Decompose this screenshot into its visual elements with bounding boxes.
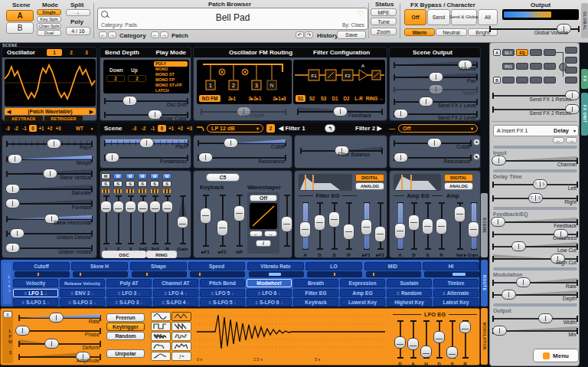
source-timbre[interactable]: Timbre	[433, 279, 479, 287]
redo-button[interactable]: ↷	[305, 31, 313, 38]
source-amp-eg[interactable]: Amp EG	[340, 289, 385, 297]
source-pitch-bend[interactable]: Pitch Bend	[200, 279, 245, 287]
filter2-link-button[interactable]: ✎	[473, 153, 480, 160]
source-slfo2[interactable]: ≡S-LFO 2↓	[60, 298, 105, 306]
lfo-eg-delay-slider[interactable]: D	[394, 319, 406, 359]
source-slfo1[interactable]: ≡S-LFO 1↓	[13, 298, 58, 306]
fx-highcut-slider[interactable]: High Cut	[493, 254, 577, 267]
source-env2[interactable]: ≡ENV 2↓	[60, 289, 105, 297]
fcfg-mode-s3[interactable]: S3	[318, 95, 328, 102]
filter-eg-digital[interactable]: DIGITAL	[355, 174, 384, 182]
mixer-mute-n[interactable]: M	[162, 173, 172, 179]
fcfg-mode-s2[interactable]: S2	[307, 95, 317, 102]
filter-eg-analog[interactable]: ANALOG	[355, 182, 384, 190]
scene-pan-slider[interactable]: Pan	[394, 72, 477, 85]
insert-fx-caret-icon[interactable]: ▾	[573, 128, 576, 133]
bend-down-value[interactable]: 2	[106, 75, 125, 82]
osc-octave-0[interactable]: 0	[29, 125, 37, 132]
osc-tab-3[interactable]: 3	[80, 49, 93, 56]
fx-lowcut-slider[interactable]: Low Cut	[493, 241, 577, 254]
undo-button[interactable]: ↶	[296, 31, 304, 38]
source-slfo3[interactable]: ≡S-LFO 3↓	[106, 298, 152, 306]
tab-global[interactable]: GLOBAL	[581, 3, 588, 38]
playmode-poly[interactable]: POLY	[154, 61, 188, 67]
amp-eg-digital[interactable]: DIGITAL	[444, 174, 473, 182]
lfo-amplitude-slider[interactable]: Amplitude	[19, 352, 100, 365]
macro-shape[interactable]: Shape	[130, 262, 187, 270]
filter1-type-select[interactable]: LP 12 dB▾	[207, 124, 263, 133]
fx-delay-right-slider[interactable]: TS Right	[493, 193, 577, 206]
wavetable-name[interactable]: (Patch Wavetable)	[28, 109, 72, 114]
fx-slot-send1[interactable]	[565, 47, 577, 54]
insert-fx-header[interactable]: A Insert FX 1 Delay ▾	[493, 125, 579, 136]
fcfg-mode-s1[interactable]: S1	[296, 95, 305, 102]
lfo-eg-decay-slider[interactable]: D	[433, 319, 445, 359]
playmode-mono-fp[interactable]: MONO FP	[154, 77, 188, 83]
lfo-shape-saw-icon[interactable]	[172, 322, 191, 331]
fx-slot-b2[interactable]	[516, 77, 528, 84]
osc-formant-slider[interactable]: Formant	[7, 198, 92, 211]
mixer-fader-n[interactable]: N	[162, 195, 173, 245]
noise-color-slider[interactable]: Noise Color	[105, 110, 188, 123]
global-volume-slider[interactable]: Global Volume	[490, 24, 579, 37]
osc-tab-2[interactable]: 2	[65, 49, 77, 56]
lfo-waveform-display[interactable]	[195, 310, 388, 356]
category-prev-button[interactable]: ←	[99, 31, 107, 38]
source-expression[interactable]: Expression	[340, 279, 385, 287]
macro-mid[interactable]: MID	[364, 262, 421, 270]
osc-octave-+2[interactable]: +2	[46, 125, 54, 132]
feg-attack-slider[interactable]: A	[299, 202, 311, 251]
source-latest-key[interactable]: Latest Key	[433, 298, 479, 306]
macro-shape-bar[interactable]	[132, 271, 187, 277]
patch-prev-button[interactable]: ←	[151, 31, 159, 38]
fx-slot-a2[interactable]: EQ	[516, 49, 528, 56]
mixer-mute-2x3[interactable]: M	[150, 173, 159, 179]
source-lfo1[interactable]: ≡LFO 1↓	[13, 289, 58, 297]
macro-hi-bar[interactable]	[424, 271, 479, 277]
fx-slot-send2[interactable]	[565, 57, 577, 64]
osc-octave--2[interactable]: -2	[12, 125, 20, 132]
mixer-mute-1[interactable]: M	[101, 173, 110, 179]
lfo-eg-attack-slider[interactable]: A	[407, 319, 419, 359]
filter-config-box[interactable]: F1 F2 A S1 S2 S3 D1 D2 L-R RING ↔	[293, 60, 385, 104]
keytrack-root-note[interactable]: C5	[206, 173, 240, 182]
scene-octave-0[interactable]: 0	[158, 125, 166, 132]
feg-to-f2-slider[interactable]: ▸F2	[374, 202, 386, 251]
filter2-type-select[interactable]: Off▾	[398, 124, 478, 133]
keytrack-toggle[interactable]: KEYTRACK	[5, 116, 43, 121]
aeg-sustain-slider[interactable]: S	[422, 202, 433, 251]
scene-b-button[interactable]: B	[6, 22, 34, 34]
source-release-velocity[interactable]: Release Velocity	[60, 279, 105, 287]
macro-cutoff-bar[interactable]	[15, 271, 70, 277]
waveshaper-prev-button[interactable]: ←	[250, 231, 263, 237]
filter-feedback-icon[interactable]: ↰	[325, 124, 335, 133]
mixer-solo-3[interactable]: S	[126, 181, 135, 187]
source-poly-at[interactable]: Poly AT	[106, 279, 152, 287]
fx-bypass-send[interactable]: Send	[427, 9, 450, 25]
osc-tab-1[interactable]: 1	[47, 49, 62, 56]
fx-slot-rv1[interactable]: RV1	[502, 63, 514, 70]
aeg-attack-slider[interactable]: A	[394, 202, 406, 251]
fx-slot-m4[interactable]	[544, 63, 556, 70]
macro-mid-bar[interactable]	[366, 271, 421, 277]
macro-cutoff[interactable]: Cutoff	[13, 262, 70, 270]
fx-crossfeed-slider[interactable]: Crossfeed	[493, 229, 577, 242]
mixer-fader-1[interactable]: 1	[100, 195, 112, 245]
filter2-cutoff-slider[interactable]: Cutoff	[394, 138, 471, 151]
lfo-shape-square-icon[interactable]	[151, 322, 171, 331]
macro-skew-h-bar[interactable]	[73, 271, 128, 277]
fm-depth-slider[interactable]: FM Depth	[201, 106, 286, 120]
lfo-shape-envelope-icon[interactable]	[151, 342, 171, 351]
source-random[interactable]: ≡Random	[387, 289, 432, 297]
scene-octave--3[interactable]: -3	[130, 125, 139, 132]
source-sustain[interactable]: Sustain	[387, 279, 432, 287]
lfo-eg-hold-slider[interactable]: H	[420, 319, 432, 359]
fcfg-mode-d2[interactable]: D2	[341, 95, 351, 102]
mixer-mute-3[interactable]: M	[126, 173, 135, 179]
filter-balance-slider[interactable]: Filter Balance	[301, 146, 382, 159]
waveshaper-type[interactable]: Off	[250, 195, 277, 202]
osc-pitch-slider[interactable]: Pitch	[7, 139, 92, 152]
lfo-menu-icon[interactable]: ≡	[3, 311, 12, 318]
lfo-shape-mseg-icon[interactable]	[151, 352, 171, 361]
fx-delay-left-slider[interactable]: TS Left	[493, 179, 577, 192]
